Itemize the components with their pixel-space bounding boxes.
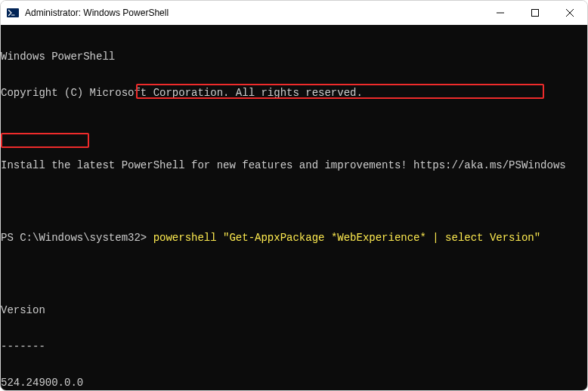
minimize-button[interactable] <box>483 1 518 25</box>
output-header: Version <box>1 304 587 316</box>
command-text: powershell "Get-AppxPackage *WebExperien… <box>153 232 540 244</box>
maximize-button[interactable] <box>518 1 552 25</box>
svg-rect-0 <box>7 8 19 17</box>
annotation-box-output <box>1 133 89 148</box>
window-controls <box>483 1 587 25</box>
window-title: Administrator: Windows PowerShell <box>25 8 483 18</box>
blank-line <box>1 196 587 208</box>
blank-line <box>1 268 587 280</box>
terminal-area[interactable]: Windows PowerShell Copyright (C) Microso… <box>1 25 587 391</box>
prompt-line-1: PS C:\Windows\system32> powershell "Get-… <box>1 232 587 244</box>
powershell-window: Administrator: Windows PowerShell Window… <box>0 0 588 391</box>
install-message: Install the latest PowerShell for new fe… <box>1 159 587 171</box>
blank-line <box>1 123 587 135</box>
output-value: 524.24900.0.0 <box>1 377 587 389</box>
banner-line-2: Copyright (C) Microsoft Corporation. All… <box>1 87 587 99</box>
close-button[interactable] <box>552 1 587 25</box>
powershell-icon <box>7 7 19 19</box>
banner-line-1: Windows PowerShell <box>1 51 587 63</box>
output-divider: ------- <box>1 340 587 353</box>
titlebar[interactable]: Administrator: Windows PowerShell <box>1 1 587 25</box>
svg-rect-2 <box>532 10 539 17</box>
prompt-text: PS C:\Windows\system32> <box>1 232 147 244</box>
